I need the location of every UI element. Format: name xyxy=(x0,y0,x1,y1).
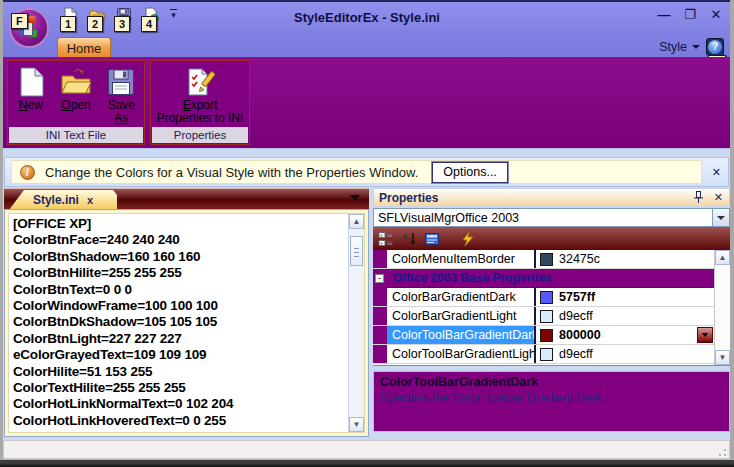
title-bar: StyleEditorEx - Style.ini — ❐ ✕ F 1234▾ … xyxy=(0,0,734,57)
property-row[interactable]: ColorBarGradientDark5757ff xyxy=(373,288,714,307)
description-title: ColorToolBarGradientDark xyxy=(380,375,723,389)
window-border-bottom xyxy=(0,459,734,467)
grid-scrollbar[interactable]: ▲ ▼ xyxy=(714,250,730,365)
style-menu-label: Style xyxy=(659,40,687,54)
app-window: StyleEditorEx - Style.ini — ❐ ✕ F 1234▾ … xyxy=(0,0,734,467)
combobox-dropdown-button[interactable] xyxy=(712,209,729,226)
ribbon-group-caption: Properties xyxy=(152,127,248,143)
property-name-cell[interactable]: ColorBarGradientLight xyxy=(387,307,536,325)
property-value: d9ecff xyxy=(559,309,593,323)
properties-close-icon[interactable]: ✕ xyxy=(714,191,723,204)
grid-scroll-down-icon[interactable]: ▼ xyxy=(715,350,730,365)
property-row[interactable]: ColorBarGradientLightd9ecff xyxy=(373,307,714,326)
new-button[interactable]: New xyxy=(11,65,51,112)
document-panel: Style.ini x [OFFICE XP]ColorBtnFace=240 … xyxy=(4,188,369,437)
editor-content: [OFFICE XP]ColorBtnFace=240 240 240Color… xyxy=(13,216,346,429)
help-button[interactable]: ? xyxy=(706,38,724,56)
info-icon: i xyxy=(20,165,35,180)
status-bar xyxy=(3,440,730,459)
open-button[interactable]: Open xyxy=(56,65,96,112)
property-name-cell[interactable]: ColorMenuItemBorder xyxy=(387,250,536,268)
property-value: 32475c xyxy=(559,252,600,266)
events-button[interactable] xyxy=(460,231,476,247)
grid-scroll-up-icon[interactable]: ▲ xyxy=(715,250,730,265)
property-row[interactable]: ColorToolBarGradientDark800000 xyxy=(373,326,714,345)
row-margin xyxy=(373,326,387,344)
property-grid: ColorMenuItemBorder32475c-Office 2003 Ba… xyxy=(373,250,730,366)
object-selector-value: SFLVisualMgrOffice 2003 xyxy=(378,211,519,225)
help-icon: ? xyxy=(708,40,722,54)
resize-grip[interactable] xyxy=(714,444,726,456)
document-tab-close-icon[interactable]: x xyxy=(87,194,93,206)
ini-editor-frame: [OFFICE XP]ColorBtnFace=240 240 240Color… xyxy=(4,209,369,437)
value-dropdown-button[interactable] xyxy=(697,327,713,343)
color-swatch xyxy=(540,291,553,304)
property-value-cell[interactable]: 5757ff xyxy=(536,288,714,306)
row-margin xyxy=(373,345,387,363)
property-value-cell[interactable]: 32475c xyxy=(536,250,714,268)
scrollbar-thumb[interactable] xyxy=(350,236,363,266)
svg-text:+: + xyxy=(380,240,383,246)
row-margin xyxy=(373,288,387,306)
quick-access-toolbar: 1234▾ xyxy=(62,7,177,25)
qat-new-doc-button[interactable]: 1 xyxy=(62,7,80,25)
document-list-dropdown-icon[interactable] xyxy=(350,195,360,201)
qat-keytip: 1 xyxy=(60,16,76,32)
document-tab-label: Style.ini xyxy=(33,193,79,207)
properties-panel: Properties ✕ SFLVisualMgrOffice 2003 ++A… xyxy=(373,188,730,432)
qat-customize-button[interactable]: ▾ xyxy=(170,9,177,20)
maximize-button[interactable]: ❐ xyxy=(682,7,698,22)
qat-keytip: 4 xyxy=(141,16,157,32)
collapse-icon[interactable]: - xyxy=(375,274,384,283)
property-row[interactable]: ColorToolBarGradientLightd9ecff xyxy=(373,345,714,364)
scroll-up-icon[interactable]: ▲ xyxy=(349,214,364,229)
property-name-cell[interactable]: ColorToolBarGradientDark xyxy=(387,326,536,344)
svg-text:+: + xyxy=(380,232,383,238)
property-name-cell[interactable]: ColorBarGradientDark xyxy=(387,288,536,306)
qat-save-floppy-button[interactable]: 3 xyxy=(116,7,134,25)
category-row[interactable]: -Office 2003 Base Properties xyxy=(373,269,714,288)
description-text: Specifies the Color Toolbar Gradient Dar… xyxy=(380,391,723,405)
document-tab-style-ini[interactable]: Style.ini x xyxy=(9,190,117,210)
editor-scrollbar[interactable]: ▲ ▼ xyxy=(348,214,364,432)
scroll-down-icon[interactable]: ▼ xyxy=(349,417,364,432)
editor-line: ColorBtnHilite=255 255 255 xyxy=(13,265,346,281)
editor-line: ColorHilite=51 153 255 xyxy=(13,364,346,380)
row-margin xyxy=(373,250,387,268)
property-pages-button[interactable] xyxy=(424,231,440,247)
document-tab-strip: Style.ini x xyxy=(4,188,369,209)
editor-line: ColorBtnShadow=160 160 160 xyxy=(13,249,346,265)
property-value-cell[interactable]: 800000 xyxy=(536,326,714,344)
qat-export-check-button[interactable]: 4 xyxy=(143,7,161,25)
property-name-cell[interactable]: ColorToolBarGradientLight xyxy=(387,345,536,363)
ribbon-group-properties: ExportProperties to INIProperties xyxy=(150,60,250,145)
property-value-cell[interactable]: d9ecff xyxy=(536,307,714,325)
categorized-button[interactable]: ++ xyxy=(378,231,394,247)
ribbon-button-label: ExportProperties to INI xyxy=(157,99,244,125)
options-button[interactable]: Options... xyxy=(432,162,508,183)
svg-text:Z: Z xyxy=(402,240,407,247)
color-swatch xyxy=(540,329,553,342)
property-value-cell[interactable]: d9ecff xyxy=(536,345,714,363)
editor-line: ColorBtnFace=240 240 240 xyxy=(13,232,346,248)
tab-home[interactable]: Home xyxy=(57,37,111,59)
editor-line: ColorTextHilite=255 255 255 xyxy=(13,380,346,396)
property-value: 800000 xyxy=(559,328,601,342)
save-as-button[interactable]: SaveAs xyxy=(101,65,141,125)
close-button[interactable]: ✕ xyxy=(708,7,724,22)
auto-hide-pin-icon[interactable] xyxy=(693,191,704,204)
message-bar-close-icon[interactable]: ✕ xyxy=(712,166,721,179)
properties-caption-bar: Properties ✕ xyxy=(373,188,730,207)
property-row[interactable]: ColorMenuItemBorder32475c xyxy=(373,250,714,269)
ini-text-editor[interactable]: [OFFICE XP]ColorBtnFace=240 240 240Color… xyxy=(8,213,365,433)
editor-line: [OFFICE XP] xyxy=(13,216,346,232)
qat-keytip: 3 xyxy=(114,16,130,32)
alphabetical-button[interactable]: AZ xyxy=(401,231,417,247)
properties-title: Properties xyxy=(379,191,438,205)
qat-open-folder-button[interactable]: 2 xyxy=(89,7,107,25)
object-selector-combobox[interactable]: SFLVisualMgrOffice 2003 xyxy=(373,208,730,227)
minimize-button[interactable]: — xyxy=(656,7,672,22)
style-menu-button[interactable]: Style xyxy=(659,40,700,54)
export-properties-to-ini-button[interactable]: ExportProperties to INI xyxy=(157,65,244,125)
color-swatch xyxy=(540,253,553,266)
